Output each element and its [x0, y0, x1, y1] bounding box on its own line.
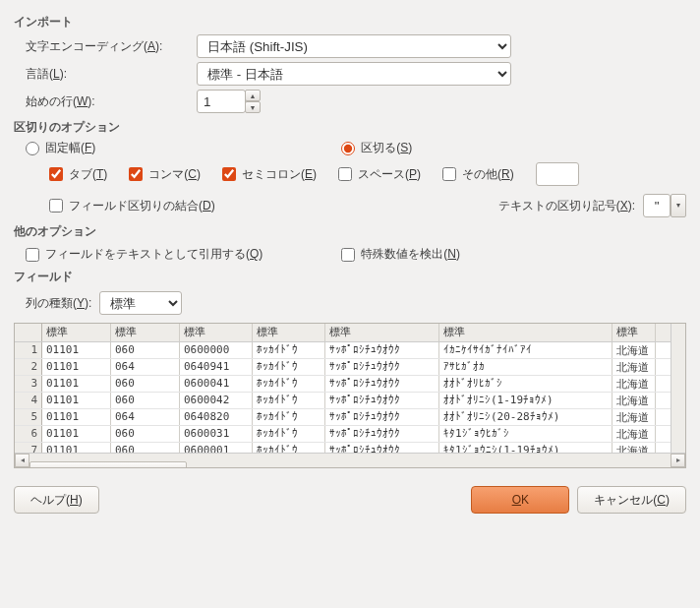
- text-delim-dropdown[interactable]: ▾: [671, 194, 686, 217]
- row-number: 6: [15, 426, 42, 442]
- row-number: 1: [15, 342, 42, 358]
- cell[interactable]: 北海道: [612, 359, 656, 375]
- cell[interactable]: 060: [111, 393, 180, 408]
- vertical-scrollbar[interactable]: [671, 324, 685, 453]
- space-checkbox[interactable]: スペース(P): [338, 166, 421, 183]
- cell[interactable]: 北海道: [612, 342, 656, 358]
- cell[interactable]: 北海道: [612, 426, 656, 442]
- table-row[interactable]: 6011010600600031ﾎｯｶｲﾄﾞｳｻｯﾎﾟﾛｼﾁｭｳｵｳｸｷﾀ1ｼﾞ…: [15, 426, 685, 443]
- label-language: 言語(L):: [26, 66, 189, 83]
- cell[interactable]: ｻｯﾎﾟﾛｼﾁｭｳｵｳｸ: [325, 342, 439, 358]
- cell[interactable]: 0600000: [180, 342, 253, 358]
- label-encoding: 文字エンコーディング(A):: [26, 38, 189, 55]
- cell[interactable]: ｵｵﾄﾞｵﾘﾋｶﾞｼ: [439, 376, 612, 392]
- quoted-as-text-checkbox[interactable]: フィールドをテキストとして引用する(Q): [26, 246, 262, 263]
- row-number: 4: [15, 393, 42, 408]
- scroll-left-icon[interactable]: ◂: [15, 454, 29, 467]
- encoding-select[interactable]: 日本語 (Shift-JIS): [197, 34, 511, 58]
- merge-delim-checkbox[interactable]: フィールド区切りの結合(D): [49, 198, 215, 214]
- cell[interactable]: 0600041: [180, 376, 253, 392]
- section-separator: 区切りのオプション: [14, 119, 686, 136]
- section-import: インポート: [14, 14, 686, 30]
- cell[interactable]: ｻｯﾎﾟﾛｼﾁｭｳｵｳｸ: [325, 359, 439, 375]
- cell[interactable]: ｻｯﾎﾟﾛｼﾁｭｳｵｳｸ: [325, 393, 439, 408]
- table-row[interactable]: 3011010600600041ﾎｯｶｲﾄﾞｳｻｯﾎﾟﾛｼﾁｭｳｵｳｸｵｵﾄﾞｵ…: [15, 376, 685, 393]
- cell[interactable]: 北海道: [612, 376, 656, 392]
- startrow-input[interactable]: [197, 90, 246, 113]
- cell[interactable]: ｻｯﾎﾟﾛｼﾁｭｳｵｳｸ: [325, 409, 439, 425]
- row-header-corner: [15, 324, 42, 341]
- horizontal-scrollbar[interactable]: ◂ ▸: [15, 453, 685, 467]
- cell[interactable]: ﾎｯｶｲﾄﾞｳ: [253, 342, 325, 358]
- row-number: 2: [15, 359, 42, 375]
- cell[interactable]: ｵｵﾄﾞｵﾘﾆｼ(1-19ﾁｮｳﾒ): [439, 393, 612, 408]
- cell[interactable]: 0640941: [180, 359, 253, 375]
- column-header[interactable]: 標準: [325, 324, 439, 341]
- column-header[interactable]: 標準: [439, 324, 612, 341]
- cell[interactable]: 0640820: [180, 409, 253, 425]
- table-row[interactable]: 2011010640640941ﾎｯｶｲﾄﾞｳｻｯﾎﾟﾛｼﾁｭｳｵｳｸｱｻﾋｶﾞ…: [15, 359, 685, 376]
- cell[interactable]: 01101: [42, 342, 111, 358]
- column-header[interactable]: 標準: [42, 324, 111, 341]
- label-textdelim: テキストの区切り記号(X):: [498, 198, 635, 214]
- cell[interactable]: 01101: [42, 426, 111, 442]
- cell[interactable]: ﾎｯｶｲﾄﾞｳ: [253, 426, 325, 442]
- other-delim-input[interactable]: [536, 162, 579, 186]
- row-number: 5: [15, 409, 42, 425]
- cell[interactable]: ｻｯﾎﾟﾛｼﾁｭｳｵｳｸ: [325, 376, 439, 392]
- startrow-up[interactable]: ▲: [245, 90, 261, 101]
- label-startrow: 始めの行(W):: [26, 93, 189, 110]
- fixed-width-radio[interactable]: 固定幅(F): [26, 140, 95, 156]
- help-button[interactable]: ヘルプ(H): [14, 486, 99, 514]
- cell[interactable]: 060: [111, 342, 180, 358]
- other-delim-checkbox[interactable]: その他(R): [442, 166, 514, 183]
- separated-radio[interactable]: 区切る(S): [341, 140, 412, 156]
- column-header[interactable]: 標準: [111, 324, 180, 341]
- table-row[interactable]: 4011010600600042ﾎｯｶｲﾄﾞｳｻｯﾎﾟﾛｼﾁｭｳｵｳｸｵｵﾄﾞｵ…: [15, 393, 685, 409]
- column-header[interactable]: 標準: [180, 324, 253, 341]
- ok-button[interactable]: OK: [471, 486, 569, 514]
- section-fields: フィールド: [14, 269, 686, 285]
- cell[interactable]: 060: [111, 376, 180, 392]
- label-coltype: 列の種類(Y):: [26, 295, 91, 312]
- cancel-button[interactable]: キャンセル(C): [577, 486, 686, 514]
- cell[interactable]: ｻｯﾎﾟﾛｼﾁｭｳｵｳｸ: [325, 426, 439, 442]
- column-header[interactable]: 標準: [253, 324, 325, 341]
- column-type-select[interactable]: 標準: [99, 291, 182, 315]
- semicolon-checkbox[interactable]: セミコロン(E): [222, 166, 317, 183]
- cell[interactable]: 北海道: [612, 409, 656, 425]
- cell[interactable]: 060: [111, 426, 180, 442]
- cell[interactable]: ｲｶﾆｹｲｻｲｶﾞﾅｲﾊﾞｱｲ: [439, 342, 612, 358]
- scroll-right-icon[interactable]: ▸: [671, 454, 685, 467]
- cell[interactable]: ﾎｯｶｲﾄﾞｳ: [253, 376, 325, 392]
- cell[interactable]: ｵｵﾄﾞｵﾘﾆｼ(20-28ﾁｮｳﾒ): [439, 409, 612, 425]
- cell[interactable]: ﾎｯｶｲﾄﾞｳ: [253, 409, 325, 425]
- cell[interactable]: 01101: [42, 409, 111, 425]
- cell[interactable]: 01101: [42, 359, 111, 375]
- column-header[interactable]: 標準: [612, 324, 656, 341]
- cell[interactable]: ﾎｯｶｲﾄﾞｳ: [253, 359, 325, 375]
- startrow-down[interactable]: ▼: [245, 101, 261, 113]
- row-number: 3: [15, 376, 42, 392]
- cell[interactable]: 0600042: [180, 393, 253, 408]
- text-delim-input[interactable]: [643, 194, 671, 217]
- language-select[interactable]: 標準 - 日本語: [197, 62, 511, 86]
- table-row[interactable]: 5011010640640820ﾎｯｶｲﾄﾞｳｻｯﾎﾟﾛｼﾁｭｳｵｳｸｵｵﾄﾞｵ…: [15, 409, 685, 426]
- cell[interactable]: 0600031: [180, 426, 253, 442]
- section-other: 他のオプション: [14, 223, 686, 240]
- cell[interactable]: ｱｻﾋｶﾞｵｶ: [439, 359, 612, 375]
- comma-checkbox[interactable]: コンマ(C): [129, 166, 201, 183]
- scroll-thumb[interactable]: [29, 461, 187, 468]
- cell[interactable]: ｷﾀ1ｼﾞｮｳﾋｶﾞｼ: [439, 426, 612, 442]
- cell[interactable]: 北海道: [612, 393, 656, 408]
- table-row[interactable]: 1011010600600000ﾎｯｶｲﾄﾞｳｻｯﾎﾟﾛｼﾁｭｳｵｳｸｲｶﾆｹｲ…: [15, 342, 685, 359]
- cell[interactable]: 01101: [42, 393, 111, 408]
- cell[interactable]: 064: [111, 409, 180, 425]
- tab-checkbox[interactable]: タブ(T): [49, 166, 107, 183]
- cell[interactable]: 01101: [42, 376, 111, 392]
- detect-special-checkbox[interactable]: 特殊数値を検出(N): [341, 246, 460, 263]
- cell[interactable]: ﾎｯｶｲﾄﾞｳ: [253, 393, 325, 408]
- cell[interactable]: 064: [111, 359, 180, 375]
- preview-grid[interactable]: 標準標準標準標準標準標準標準 1011010600600000ﾎｯｶｲﾄﾞｳｻｯ…: [14, 323, 686, 468]
